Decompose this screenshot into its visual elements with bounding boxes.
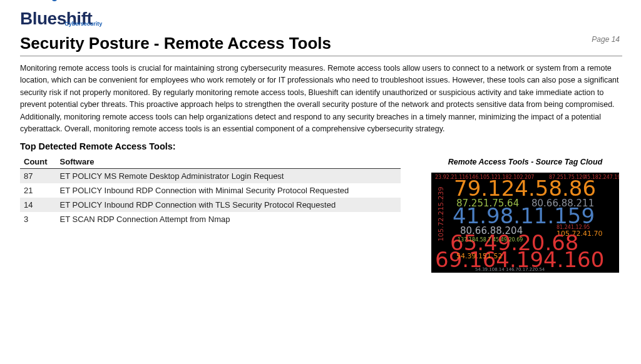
cell-software: ET SCAN RDP Connection Attempt from Nmap — [56, 212, 401, 226]
table-row: 21 ET POLICY Inbound RDP Connection with… — [20, 183, 401, 198]
table-row: 3 ET SCAN RDP Connection Attempt from Nm… — [20, 212, 401, 226]
cloud-ip: 54.39.108.14 146.70.17.220.54 — [475, 268, 545, 272]
col-header-count: Count — [20, 155, 56, 169]
brand-logo: Blueshift Cybersecurity — [20, 9, 622, 29]
cell-count: 21 — [20, 183, 56, 198]
cloud-ip: 105.72.215.239 — [438, 187, 444, 241]
report-page: Blueshift Cybersecurity Page 14 Security… — [0, 0, 641, 285]
table-row: 87 ET POLICY MS Remote Desktop Administr… — [20, 169, 401, 184]
page-number: Page 14 — [592, 35, 620, 44]
cloud-ip: 137.184.58.7 45.49.20.69 — [458, 238, 523, 243]
section-subhead: Top Detected Remote Access Tools: — [20, 141, 622, 151]
cell-count: 3 — [20, 212, 56, 226]
table-column: Count Software 87 ET POLICY MS Remote De… — [20, 155, 401, 226]
cell-count: 87 — [20, 169, 56, 184]
tagcloud-caption: Remote Access Tools - Source Tag Cloud — [428, 158, 622, 166]
col-header-software: Software — [56, 155, 401, 169]
logo-dot-icon — [52, 0, 57, 1]
cloud-ip: 54.39.151.52 — [456, 253, 502, 260]
page-title: Security Posture - Remote Access Tools — [20, 34, 622, 56]
cell-software: ET POLICY MS Remote Desktop Administrato… — [56, 169, 401, 184]
content-columns: Count Software 87 ET POLICY MS Remote De… — [20, 155, 622, 273]
cell-count: 14 — [20, 198, 56, 212]
cloud-ip: 41.98.11.159 — [453, 205, 595, 226]
remote-access-table: Count Software 87 ET POLICY MS Remote De… — [20, 155, 401, 226]
intro-paragraph: Monitoring remote access tools is crucia… — [20, 63, 622, 135]
logo-subtext: Cybersecurity — [64, 21, 102, 27]
table-row: 14 ET POLICY Inbound RDP Connection with… — [20, 198, 401, 212]
cell-software: ET POLICY Inbound RDP Connection with TL… — [56, 198, 401, 212]
cloud-ip: 79.124.58.86 — [454, 178, 596, 199]
cell-software: ET POLICY Inbound RDP Connection with Mi… — [56, 183, 401, 198]
tagcloud-column: Remote Access Tools - Source Tag Cloud 2… — [428, 155, 622, 273]
source-tag-cloud: 23.92.21.116 146.105.121.182.102.207 87.… — [431, 173, 619, 273]
